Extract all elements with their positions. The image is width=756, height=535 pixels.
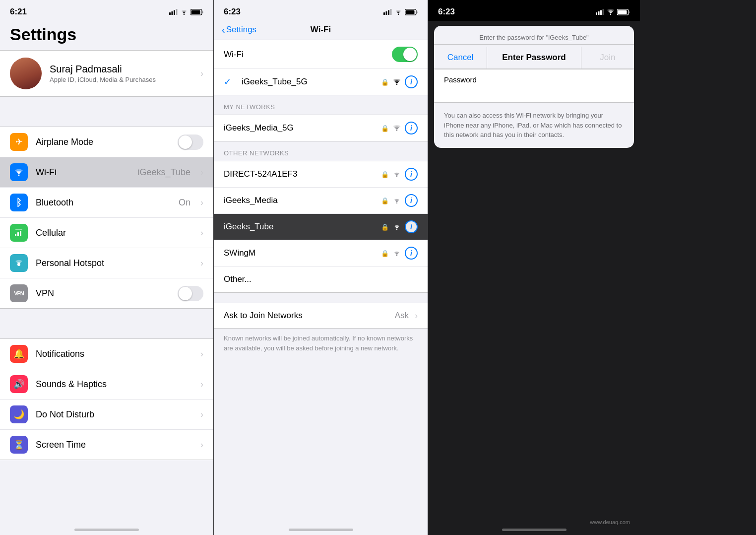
enter-password-title: Enter Password [487,47,581,68]
ask-join-note: Known networks will be joined automatica… [214,329,428,358]
other-label: Other... [224,274,418,284]
ask-join-row[interactable]: Ask to Join Networks Ask › [214,303,428,329]
wifi-chevron-icon: › [200,167,203,178]
direct-info-btn[interactable]: i [405,168,418,181]
home-indicator-wifi [289,529,353,531]
media-info-btn[interactable]: i [405,194,418,207]
wifi-row[interactable]: Wi-Fi iGeeks_Tube › [0,157,213,188]
settings-back-button[interactable]: ‹ Settings [222,24,256,36]
back-chevron-icon: ‹ [222,24,225,36]
donotdisturb-icon: 🌙 [10,405,28,423]
svg-rect-29 [603,9,604,15]
svg-rect-3 [176,9,178,15]
other-network-direct[interactable]: DIRECT-524A1EF3 🔒 i [214,161,428,188]
lock-tube-icon: 🔒 [381,223,389,231]
lock-media-icon: 🔒 [381,197,389,204]
wifi-main-label: Wi-Fi [224,50,386,60]
svg-rect-6 [191,10,200,14]
my-network-media5g[interactable]: iGeeks_Media_5G 🔒 i [214,115,428,141]
sounds-chevron-icon: › [200,379,203,390]
other-network-other[interactable]: Other... [214,267,428,292]
settings-panel: 6:21 Settings [0,0,213,535]
other-networks-group: DIRECT-524A1EF3 🔒 i iGeeks_Media 🔒 [214,161,428,293]
svg-rect-11 [15,229,22,230]
hotspot-row[interactable]: Personal Hotspot › [0,248,213,278]
profile-chevron-icon: › [200,68,203,79]
current-network-info-btn[interactable]: i [405,75,418,88]
vpn-row[interactable]: VPN VPN [0,278,213,308]
wifi-spacer [214,293,428,303]
screentime-row[interactable]: ⏳ Screen Time › [0,430,213,460]
svg-rect-28 [600,10,602,15]
profile-subtitle: Apple ID, iCloud, Media & Purchases [50,76,192,83]
join-button[interactable]: Join [581,47,634,68]
cellular-row[interactable]: Cellular › [0,218,213,248]
screentime-label: Screen Time [36,440,192,450]
donotdisturb-label: Do Not Disturb [36,409,192,420]
wifi-nav-title: Wi-Fi [311,25,331,35]
cellular-chevron-icon: › [200,228,203,238]
donotdisturb-row[interactable]: 🌙 Do Not Disturb › [0,400,213,430]
airplane-mode-toggle[interactable] [178,134,203,150]
tube-info-btn[interactable]: i [405,220,418,233]
notifications-label: Notifications [36,349,192,359]
other-network-swingm[interactable]: SWingM 🔒 i [214,240,428,267]
vpn-toggle[interactable] [178,286,203,301]
svg-point-17 [398,14,399,15]
status-icons-password [596,9,630,15]
password-input[interactable] [434,86,634,102]
wifi-value: iGeeks_Tube [138,167,190,178]
password-panel: 6:23 Enter the password [428,0,640,535]
cancel-button[interactable]: Cancel [434,47,487,68]
vpn-icon: VPN [10,284,28,302]
other-networks-header: OTHER NETWORKS [214,141,428,161]
donotdisturb-chevron-icon: › [200,409,203,420]
screentime-chevron-icon: › [200,440,203,450]
bluetooth-value: On [179,198,190,208]
other-network-tube[interactable]: iGeeks_Tube 🔒 i [214,214,428,240]
status-bar-wifi: 6:23 [214,0,428,21]
vpn-label: VPN [36,288,170,299]
bluetooth-row[interactable]: ᛒ Bluetooth On › [0,188,213,218]
swingm-info-btn[interactable]: i [405,247,418,260]
battery-icon-password [617,9,630,15]
media5g-info-btn[interactable]: i [405,122,418,134]
media-icons: 🔒 i [381,194,418,207]
current-network-row[interactable]: ✓ iGeeks_Tube_5G 🔒 i [214,69,428,95]
wifi-toggle-row[interactable]: Wi-Fi [214,40,428,68]
airplane-mode-row[interactable]: ✈ Airplane Mode [0,127,213,157]
svg-point-20 [396,84,397,85]
other-network-media[interactable]: iGeeks_Media 🔒 i [214,188,428,214]
ask-join-value: Ask [395,311,409,321]
wifi-top-section: Wi-Fi ✓ iGeeks_Tube_5G 🔒 i [214,40,428,95]
sounds-row[interactable]: 🔊 Sounds & Haptics › [0,369,213,400]
my-network-media5g-icons: 🔒 i [381,122,418,134]
wifi-master-toggle[interactable] [392,47,418,62]
notifications-icon: 🔔 [10,345,28,363]
wifi-direct-icon [393,171,401,177]
status-time-wifi: 6:23 [224,7,241,17]
wifi-panel: 6:23 ‹ Settings [213,0,428,535]
screentime-icon: ⏳ [10,436,28,454]
svg-point-24 [396,229,397,230]
signal-icon-wifi [383,9,392,15]
svg-rect-2 [174,10,175,15]
wifi-icon-svg [14,168,24,176]
svg-rect-14 [386,11,387,15]
lock-current-icon: 🔒 [381,78,389,86]
status-bar-settings: 6:21 [0,0,213,21]
notifications-row[interactable]: 🔔 Notifications › [0,339,213,369]
svg-point-4 [184,14,185,15]
settings-title: Settings [0,21,213,50]
bluetooth-label: Bluetooth [36,198,171,208]
password-input-section: Password [434,69,634,102]
hotspot-icon-svg [14,259,24,268]
bluetooth-chevron-icon: › [200,198,203,208]
watermark: www.deuaq.com [590,519,630,525]
battery-icon-wifi [405,9,418,15]
password-label: Password [434,69,634,86]
profile-row[interactable]: Suraj Padmasali Apple ID, iCloud, Media … [0,50,213,97]
my-network-media5g-label: iGeeks_Media_5G [224,123,375,133]
airplane-mode-icon: ✈ [10,133,28,151]
wifi-strength-current-icon [393,79,401,85]
